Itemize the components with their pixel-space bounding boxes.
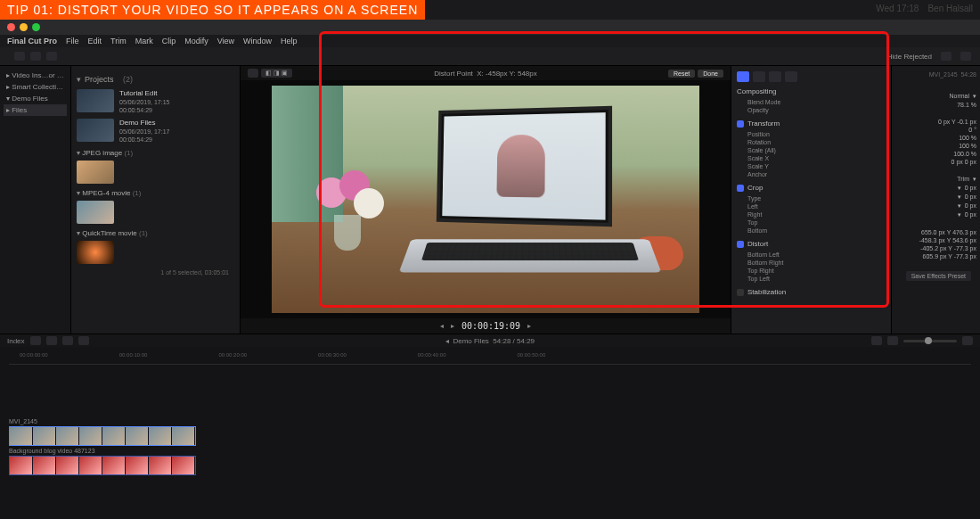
filter-icon[interactable] <box>941 52 951 61</box>
section-transform[interactable]: Transform <box>737 119 886 128</box>
inspector-audio-icon[interactable] <box>769 71 781 82</box>
prop-crop-left[interactable]: Left <box>737 202 886 210</box>
section-distort[interactable]: Distort <box>737 240 886 248</box>
sidebar-item-files[interactable]: ▸ Files <box>4 104 67 116</box>
viewer-zoom-icon[interactable] <box>248 69 258 78</box>
reset-button[interactable]: Reset <box>668 70 695 78</box>
val-anchor[interactable]: 0 px 0 px <box>895 158 976 166</box>
val-scale-y[interactable]: 100.0 % <box>895 150 976 158</box>
tl-tool-icon[interactable] <box>62 336 73 345</box>
section-crop[interactable]: Crop <box>737 184 886 192</box>
inspector-info-icon[interactable] <box>785 71 797 82</box>
clip-thumb[interactable] <box>77 161 114 184</box>
menu-file[interactable]: File <box>66 37 79 45</box>
clip-thumb[interactable] <box>77 241 114 264</box>
prop-anchor[interactable]: Anchor <box>737 170 886 178</box>
clip-thumb[interactable] <box>77 201 114 224</box>
val-crop-top[interactable]: ▾0 px <box>895 202 976 210</box>
tl-view-icon[interactable] <box>871 336 882 345</box>
prop-crop-type[interactable]: Type <box>737 194 886 202</box>
menu-app[interactable]: Final Cut Pro <box>7 37 57 45</box>
tl-settings-icon[interactable] <box>962 336 973 345</box>
prop-rotation[interactable]: Rotation <box>737 138 886 146</box>
val-opacity[interactable]: 78.1 % <box>895 101 976 109</box>
val-crop-right[interactable]: ▾0 px <box>895 193 976 202</box>
prop-distort-tl[interactable]: Top Left <box>737 275 886 283</box>
menu-clip[interactable]: Clip <box>162 37 176 45</box>
play-icon[interactable]: ▸ <box>451 322 454 330</box>
prop-opacity[interactable]: Opacity <box>737 106 886 114</box>
prop-blend-mode[interactable]: Blend Mode <box>737 98 886 106</box>
prop-distort-br[interactable]: Bottom Right <box>737 259 886 267</box>
inspector-color-icon[interactable] <box>753 71 765 82</box>
titles-icon[interactable] <box>46 52 57 61</box>
index-button[interactable]: Index <box>7 337 25 345</box>
menu-modify[interactable]: Modify <box>184 37 208 45</box>
section-stabilization[interactable]: Stabilization <box>737 288 886 296</box>
tl-tool-icon[interactable] <box>46 336 57 345</box>
done-button[interactable]: Done <box>698 70 723 78</box>
category-quicktime[interactable]: QuickTime movie (1) <box>77 229 234 237</box>
viewer-timecode: 00:00:19:09 <box>461 321 520 331</box>
tl-tool-icon[interactable] <box>30 336 41 345</box>
timeline-ruler[interactable]: 00:00:00:0000:00:10:0000:00:20:0000:00:3… <box>9 352 971 365</box>
inspector-panel: Compositing Blend Mode Opacity Transform… <box>731 66 891 334</box>
next-frame-icon[interactable]: ▸ <box>527 322 531 330</box>
sidebar-item-demo[interactable]: ▾ Demo Files <box>4 93 67 104</box>
menu-mark[interactable]: Mark <box>135 37 153 45</box>
sidebar-item-event[interactable]: ▸ Video Ins…or Capture… <box>4 70 67 81</box>
val-distort-br[interactable]: -458.3 px Y 543.6 px <box>895 236 976 244</box>
section-compositing[interactable]: Compositing <box>737 87 886 95</box>
prop-distort-bl[interactable]: Bottom Left <box>737 251 886 259</box>
project-item[interactable]: Demo Files05/06/2019, 17:1700:00:54:29 <box>77 119 234 144</box>
prop-scale-x[interactable]: Scale X <box>737 154 886 162</box>
val-distort-tl[interactable]: 605.9 px Y -77.3 px <box>895 252 976 260</box>
tl-view-icon[interactable] <box>887 336 898 345</box>
val-rotation[interactable]: 0 ° <box>895 126 976 134</box>
prop-scale-y[interactable]: Scale Y <box>737 162 886 170</box>
val-crop-type[interactable]: Trim▾ <box>895 175 976 184</box>
prop-position[interactable]: Position <box>737 130 886 138</box>
timeline[interactable]: 00:00:00:0000:00:10:0000:00:20:0000:00:3… <box>0 347 980 519</box>
menu-edit[interactable]: Edit <box>88 37 102 45</box>
timeline-clip[interactable] <box>9 426 196 446</box>
val-distort-tr[interactable]: -405.2 px Y -77.3 px <box>895 244 976 252</box>
val-crop-bottom[interactable]: ▾0 px <box>895 210 976 219</box>
viewer-canvas[interactable] <box>241 80 731 318</box>
prop-crop-top[interactable]: Top <box>737 218 886 227</box>
window-traffic-lights[interactable] <box>0 20 47 35</box>
category-mpeg4[interactable]: MPEG-4 movie (1) <box>77 189 234 197</box>
val-crop-left[interactable]: ▾0 px <box>895 184 976 193</box>
menu-view[interactable]: View <box>217 37 234 45</box>
prop-distort-tr[interactable]: Top Right <box>737 267 886 275</box>
viewer-mode-toggle[interactable]: ◧ ◨ ▣ <box>261 69 292 78</box>
timeline-clip[interactable] <box>9 456 196 475</box>
menu-window[interactable]: Window <box>243 37 272 45</box>
minimize-icon[interactable] <box>20 23 28 31</box>
sidebar-item-smart[interactable]: ▸ Smart Collections <box>4 81 67 93</box>
prop-scale-all[interactable]: Scale (All) <box>737 146 886 154</box>
library-icon[interactable] <box>14 52 25 61</box>
val-distort-bl[interactable]: 655.0 px Y 476.3 px <box>895 228 976 236</box>
search-icon[interactable] <box>960 52 971 61</box>
val-position[interactable]: 0 px Y -0.1 px <box>895 118 976 126</box>
tl-tool-icon[interactable] <box>78 336 89 345</box>
val-scale-all[interactable]: 100 % <box>895 134 976 142</box>
val-scale-x[interactable]: 100 % <box>895 142 976 150</box>
menu-trim[interactable]: Trim <box>110 37 127 45</box>
val-blend[interactable]: Normal▾ <box>895 92 976 101</box>
project-item[interactable]: Tutorial Edit05/06/2019, 17:1500:00:54:2… <box>77 89 234 115</box>
zoom-icon[interactable] <box>32 23 40 31</box>
projects-header[interactable]: Projects (2) <box>77 75 234 84</box>
prop-crop-bottom[interactable]: Bottom <box>737 227 886 235</box>
close-icon[interactable] <box>7 23 15 31</box>
menu-help[interactable]: Help <box>281 37 298 45</box>
save-preset-button[interactable]: Save Effects Preset <box>906 271 971 281</box>
prev-frame-icon[interactable]: ◂ <box>440 322 444 330</box>
timeline-zoom-slider[interactable] <box>903 340 957 342</box>
inspector-video-icon[interactable] <box>737 71 749 82</box>
prop-crop-right[interactable]: Right <box>737 210 886 218</box>
photos-icon[interactable] <box>30 52 41 61</box>
hide-rejected-toggle[interactable]: Hide Rejected <box>887 53 932 61</box>
category-jpeg[interactable]: JPEG image (1) <box>77 149 234 157</box>
